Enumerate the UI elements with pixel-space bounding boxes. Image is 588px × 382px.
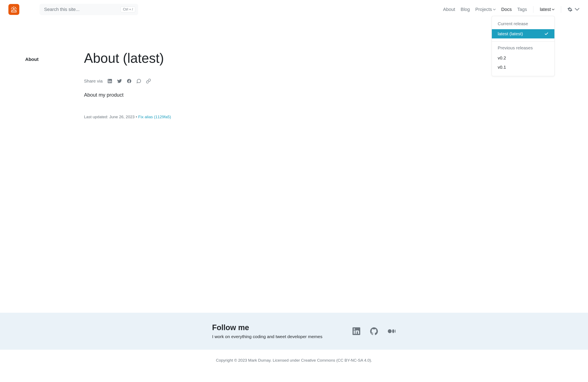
nav-divider [533, 6, 533, 13]
linkedin-icon[interactable] [107, 79, 112, 84]
search-container: Ctrl + / [40, 4, 138, 15]
version-item-v02[interactable]: v0.2 [492, 53, 554, 63]
share-row: Share via [84, 79, 171, 84]
last-updated-text: Last updated: June 26, 2023 • [84, 115, 138, 119]
version-item-latest-label: latest (latest) [498, 31, 523, 36]
linkedin-icon[interactable] [352, 327, 361, 336]
share-label: Share via [84, 79, 103, 84]
nav-blog[interactable]: Blog [461, 7, 470, 12]
logo[interactable] [8, 4, 19, 15]
version-item-latest[interactable]: latest (latest) [492, 29, 554, 39]
chevron-down-icon [493, 9, 496, 10]
svg-point-9 [395, 330, 396, 333]
check-icon [544, 32, 548, 36]
navbar: Ctrl + / About Blog Projects Docs Tags l… [0, 0, 588, 19]
commit-link[interactable]: Fix alias (1129fa5) [138, 115, 171, 119]
nav-about[interactable]: About [443, 7, 455, 12]
version-toggle[interactable]: latest [540, 7, 555, 12]
nav-docs[interactable]: Docs [501, 7, 512, 12]
footer-copyright: Copyright © 2023 Mark Dumay. Licensed un… [0, 350, 588, 371]
sidebar-item-about[interactable]: About [25, 57, 84, 62]
svg-point-8 [392, 329, 394, 333]
nav-tags[interactable]: Tags [517, 7, 527, 12]
nav-projects-label: Projects [475, 7, 492, 12]
version-item-v02-label: v0.2 [498, 55, 506, 61]
svg-point-7 [388, 329, 392, 333]
body-text: About my product [84, 92, 171, 98]
nav-links: About Blog Projects Docs Tags latest Cur… [443, 6, 580, 13]
footer-social [352, 327, 396, 336]
version-item-v01[interactable]: v0.1 [492, 63, 554, 72]
main-content: About (latest) Share via About my produc… [84, 19, 171, 313]
nav-projects[interactable]: Projects [475, 7, 496, 12]
gear-icon [567, 7, 572, 12]
theme-toggle[interactable] [567, 7, 580, 12]
whatsapp-icon[interactable] [136, 79, 141, 84]
footer-follow: Follow me I work on everything coding an… [0, 313, 588, 350]
nav-divider [561, 6, 561, 13]
meta-row: Last updated: June 26, 2023 • Fix alias … [84, 115, 171, 119]
dropdown-header-current: Current release [492, 20, 554, 29]
github-icon[interactable] [369, 327, 379, 336]
page-title: About (latest) [84, 50, 171, 66]
facebook-icon[interactable] [127, 79, 132, 84]
svg-line-2 [12, 7, 12, 8]
version-dropdown-menu: Current release latest (latest) Previous… [492, 16, 555, 76]
sidebar: About [8, 19, 84, 313]
twitter-icon[interactable] [117, 79, 122, 84]
follow-subtitle: I work on everything coding and tweet de… [212, 334, 322, 339]
link-icon[interactable] [146, 79, 151, 84]
dropdown-header-previous: Previous releases [492, 44, 554, 53]
follow-title: Follow me [212, 323, 322, 332]
version-label: latest [540, 7, 551, 12]
search-shortcut-badge: Ctrl + / [121, 6, 135, 12]
version-item-v01-label: v0.1 [498, 65, 506, 70]
dropdown-divider [492, 41, 554, 42]
svg-line-3 [15, 7, 16, 8]
medium-icon[interactable] [387, 327, 396, 336]
chevron-down-icon [575, 7, 580, 12]
chevron-down-icon [552, 9, 555, 10]
version-dropdown: latest Current release latest (latest) P… [540, 7, 555, 12]
svg-point-0 [13, 8, 15, 9]
